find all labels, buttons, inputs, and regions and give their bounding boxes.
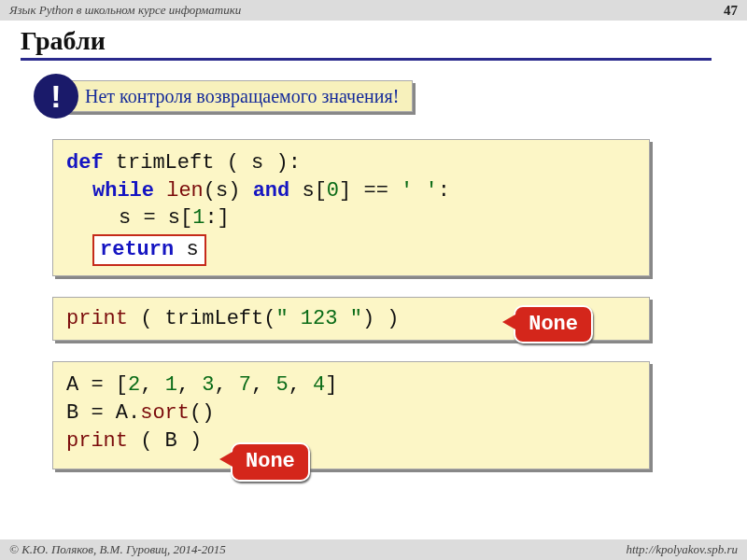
fn-len: len [166,179,204,203]
l1-pre: A = [ [66,373,128,397]
print-open: ( trimLeft( [128,307,275,330]
header-strip: Язык Python в школьном курсе информатики… [0,0,747,21]
idx-close-eq: ] == [339,179,401,203]
a5: 4 [313,373,325,397]
none-badge-1: None [514,305,593,344]
fn-print: print [66,307,128,330]
params: ( s ): [214,151,300,175]
fn-print2: print [66,429,128,453]
a0: 2 [128,373,140,397]
exclamation-icon: ! [34,74,78,119]
fn-name: trimLeft [116,151,215,175]
idx-open: s[ [289,179,327,203]
a4: 5 [275,373,288,397]
dot: . [128,401,140,425]
idx-one: 1 [192,206,204,230]
none-badge-2: None [231,442,310,482]
code-block-print-trimleft: print ( trimLeft(" 123 ") ) None [52,297,650,342]
return-highlight: return s [92,234,206,266]
warning-row: ! Нет контроля возвращаемого значения! [34,74,747,119]
kw-while: while [92,179,154,203]
footer-url: http://kpolyakov.spb.ru [626,542,738,557]
kw-def: def [66,151,104,175]
code-block-trimleft: def trimLeft ( s ): while len(s) and s[0… [52,139,650,276]
a1: 1 [165,373,177,397]
l2-pre: B = A [66,401,128,425]
str-space: ' ' [401,179,438,203]
a3: 7 [239,373,251,397]
page-number: 47 [724,3,738,19]
kw-and: and [253,179,290,203]
idx-zero: 0 [327,179,339,203]
fn-sort: sort [140,401,190,425]
footer-strip: © К.Ю. Поляков, В.М. Гуровиц, 2014-2015 … [0,539,747,560]
copyright: © К.Ю. Поляков, В.М. Гуровиц, 2014-2015 [9,542,226,557]
print-close: ) ) [362,307,400,330]
assign-post: :] [204,206,229,230]
slide-title: Грабли [21,26,712,61]
code-block-sort: A = [2, 1, 3, 7, 5, 4] B = A.sort() prin… [52,361,650,469]
len-arg: (s) [204,179,253,203]
l3-args: ( B ) [128,429,202,453]
l2-post: () [190,401,214,425]
kw-return: return [100,238,174,261]
a2: 3 [202,373,214,397]
course-title: Язык Python в школьном курсе информатики [9,3,241,18]
warning-message: Нет контроля возвращаемого значения! [63,80,413,112]
str-arg: " 123 " [275,307,361,330]
l1-post: ] [325,373,337,397]
return-var: s [174,238,198,261]
colon: : [438,179,450,203]
assign-pre: s = s[ [119,206,192,230]
